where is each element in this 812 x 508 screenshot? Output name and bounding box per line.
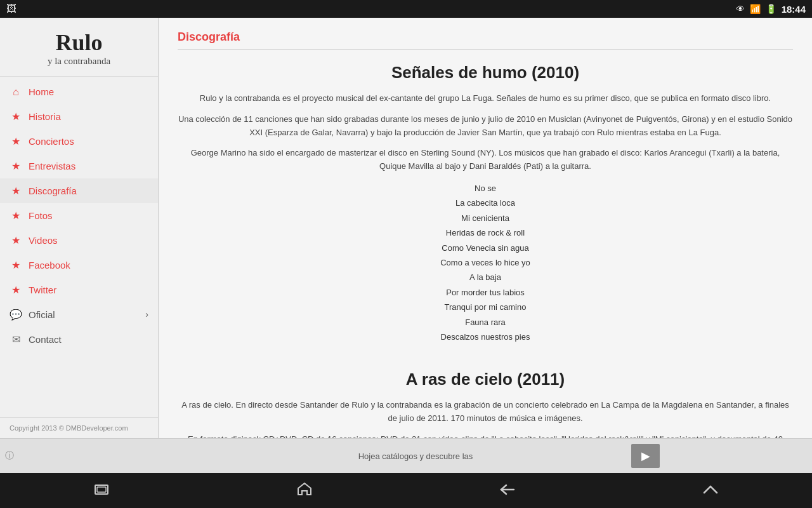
sidebar-item-fotos[interactable]: ★ Fotos (0, 203, 158, 228)
ad-bar: ⓘ Hojea catálogos y descubre las ▶ (0, 438, 812, 473)
sidebar-item-historia[interactable]: ★ Historia (0, 104, 158, 129)
nav-recent-button[interactable] (81, 478, 122, 504)
album-desc-1: Rulo y la contrabanda es el proyecto mus… (178, 92, 793, 105)
sidebar-item-entrevistas[interactable]: ★ Entrevistas (0, 154, 158, 178)
sidebar-header: Rulo y la contrabanda (0, 18, 158, 77)
arrow-right-icon: ▶ (641, 449, 650, 463)
sidebar-item-label: Twitter (29, 284, 56, 295)
nav-items: ⌂ Home ★ Historia ★ Conciertos ★ Entrevi… (0, 77, 158, 417)
track-item: Fauna rara (178, 315, 793, 330)
star-icon: ★ (10, 210, 22, 222)
track-item: Tranqui por mi camino (178, 300, 793, 314)
eye-icon: 👁 (736, 4, 745, 14)
app-title: Rulo (10, 30, 148, 56)
content-area[interactable]: Discografía Señales de humo (2010) Rulo … (159, 18, 812, 438)
nav-home-button[interactable] (284, 477, 325, 505)
star-icon: ★ (10, 135, 22, 147)
track-item: La cabecita loca (178, 196, 793, 210)
album-desc-2: En formato digipack CD+DVD. CD de 16 can… (178, 433, 793, 438)
sidebar-item-label: Conciertos (29, 136, 74, 147)
ad-text: Hojea catálogos y descubre las (339, 451, 473, 461)
sidebar-item-label: Historia (29, 111, 61, 122)
sidebar-footer: Copyright 2013 © DMBDeveloper.com (0, 417, 158, 438)
sidebar-item-label: Videos (29, 235, 58, 246)
album-aras: A ras de cielo (2011) A ras de cielo. En… (178, 370, 793, 438)
track-item: Por morder tus labios (178, 285, 793, 300)
chat-icon: 💬 (10, 309, 22, 321)
album-title: Señales de humo (2010) (178, 63, 793, 83)
track-item: Como a veces lo hice yo (178, 255, 793, 270)
album-desc-3: George Marino ha sido el encargado de ma… (178, 147, 793, 173)
envelope-icon: ✉ (10, 333, 22, 345)
sidebar-item-twitter[interactable]: ★ Twitter (0, 277, 158, 302)
sidebar-item-contact[interactable]: ✉ Contact (0, 327, 158, 352)
sidebar-item-conciertos[interactable]: ★ Conciertos (0, 129, 158, 154)
track-item: Descalzos nuestros pies (178, 330, 793, 344)
bottom-nav-bar (0, 473, 812, 508)
sidebar-item-label: Home (29, 86, 54, 97)
track-item: A la baja (178, 270, 793, 284)
sidebar-item-label: Discografía (29, 185, 77, 196)
sidebar-item-label: Oficial (29, 309, 55, 320)
status-bar-right: 👁 📶 🔋 18:44 (736, 4, 806, 15)
sidebar-item-oficial[interactable]: 💬 Oficial › (0, 302, 158, 327)
section-title-bar: Discografía (178, 30, 793, 50)
star-icon: ★ (10, 284, 22, 296)
track-item: Heridas de rock & roll (178, 225, 793, 240)
chevron-right-icon: › (145, 309, 148, 319)
sidebar-item-facebook[interactable]: ★ Facebook (0, 253, 158, 277)
nav-back-button[interactable] (487, 478, 528, 504)
sidebar-item-label: Entrevistas (29, 161, 75, 171)
home-icon: ⌂ (10, 86, 22, 98)
album-senales: Señales de humo (2010) Rulo y la contrab… (178, 63, 793, 344)
svg-rect-1 (97, 487, 106, 492)
star-icon: ★ (10, 185, 22, 197)
status-bar-left: 🖼 (6, 3, 16, 15)
sidebar-item-discografia[interactable]: ★ Discografía (0, 178, 158, 203)
sidebar-item-label: Contact (29, 334, 62, 345)
sidebar-item-home[interactable]: ⌂ Home (0, 80, 158, 104)
track-item: No se (178, 181, 793, 196)
main-area: Rulo y la contrabanda ⌂ Home ★ Historia … (0, 18, 812, 438)
star-icon: ★ (10, 110, 22, 123)
battery-icon: 🔋 (766, 4, 776, 14)
image-icon: 🖼 (6, 3, 16, 15)
tracklist-senales: No se La cabecita loca Mi cenicienta Her… (178, 181, 793, 344)
sidebar-item-label: Facebook (29, 260, 70, 271)
status-bar: 🖼 👁 📶 🔋 18:44 (0, 0, 812, 18)
album-desc-1: A ras de cielo. En directo desde Santand… (178, 399, 793, 425)
wifi-icon: 📶 (750, 4, 761, 14)
sidebar-item-videos[interactable]: ★ Videos (0, 228, 158, 253)
section-title: Discografía (178, 30, 240, 43)
track-item: Como Venecia sin agua (178, 241, 793, 255)
info-icon: ⓘ (5, 450, 14, 462)
track-item: Mi cenicienta (178, 211, 793, 225)
star-icon: ★ (10, 160, 22, 172)
sidebar-item-label: Fotos (29, 210, 53, 221)
star-icon: ★ (10, 259, 22, 271)
album-desc-2: Una colección de 11 canciones que han si… (178, 113, 793, 140)
album-title: A ras de cielo (2011) (178, 370, 793, 389)
ad-next-button[interactable]: ▶ (631, 444, 660, 468)
sidebar: Rulo y la contrabanda ⌂ Home ★ Historia … (0, 18, 159, 438)
nav-up-button[interactable] (690, 478, 731, 504)
status-time: 18:44 (782, 4, 806, 15)
star-icon: ★ (10, 234, 22, 246)
app-subtitle: y la contrabanda (10, 56, 148, 67)
